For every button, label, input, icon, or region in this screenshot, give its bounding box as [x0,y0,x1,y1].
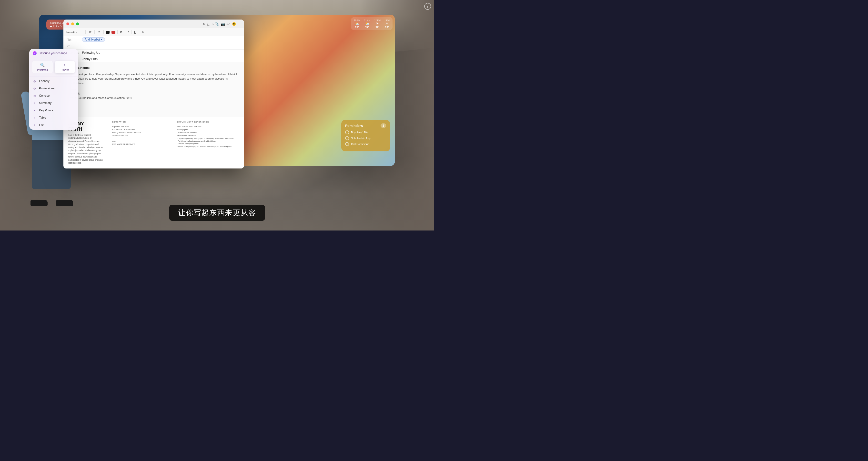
employment-bullet-1: Capture high-quality photographs to acco… [177,137,239,140]
from-field: From: Jenny Frith [63,56,244,62]
toolbar-separator-7 [139,30,139,34]
photos-icon[interactable]: 📷 [221,22,225,26]
concise-icon: ◎ [33,94,37,98]
toolbar-separator-3 [103,30,104,34]
concise-label: Concise [39,94,50,97]
professional-label: Professional [39,87,55,90]
cc-field: Cc: [63,43,244,50]
subtitle-text: 让你写起东西来更从容 [178,208,256,217]
employment-period: SEPTEMBER 2021–PRESENT [177,125,239,128]
font-size[interactable]: 12 [88,31,92,34]
wt-option-table[interactable]: ≡ Table [29,114,78,121]
minimize-button[interactable] [71,23,74,25]
employment-bullet-4: Mentor junior photographers and maintain… [177,145,239,148]
reminders-title: Reminders [345,124,363,128]
person-shoe-left [31,200,48,206]
wt-option-concise[interactable]: ◎ Concise [29,92,78,99]
calendar-dot [50,26,52,27]
maximize-button[interactable] [76,23,79,25]
reminder-circle-3 [345,142,349,146]
mail-body[interactable]: Dear Ms. Herbst, Nice to meet you for co… [63,62,244,117]
table-icon: ≡ [33,116,37,120]
background-scene: SUNDAY, JUN 16 Father's Day 10 AM ⛅ 59° … [0,0,434,231]
writing-options-list: ◎ Friendly ◎ Professional ◎ Concise ≡ Su… [29,77,78,129]
font-weight-num[interactable]: 2 [97,31,101,34]
rewrite-label: Rewrite [61,68,69,71]
text-color-swatch[interactable] [105,31,110,34]
weather-item-3: 12 PM ☀ 66° [374,19,380,28]
employment-bullet-3: Edit and proof photographs [177,142,239,145]
cc-label: Cc: [67,45,82,48]
reminder-circle-1 [345,131,349,134]
employment-bullet-2: Participate in planning sessions with ed… [177,140,239,142]
main-tools-row: 🔍 Proofread ↻ Rewrite [29,58,78,77]
education-title: EDUCATION [112,121,175,124]
to-field: To: Andi Herbst ▾ [63,36,244,43]
professional-icon: ◎ [33,86,37,90]
employment-title: EMPLOYMENT EXPERIENCE [177,121,239,124]
titlebar-actions: ➤ ⬚ ⌕ 📎 📷 Aa 🙂 ⋯ [203,22,241,26]
resume-preview: JENNY FRITH I am a third-year student un… [63,117,244,169]
friendly-label: Friendly [39,79,50,83]
rewrite-icon: ↻ [63,63,67,67]
reminders-count: 3 [380,123,386,128]
employment-location: SAVANNAH, GEORGIA [177,134,239,137]
toolbar-separator-1 [85,30,86,34]
weather-item-4: 1 PM ☀ 68° [384,19,390,28]
proofread-button[interactable]: 🔍 Proofread [32,61,53,73]
underline-button[interactable]: U [133,31,137,34]
mail-paragraph: Nice to meet you for coffee yesterday. S… [67,72,240,85]
strikethrough-button[interactable]: S [141,31,144,34]
wt-option-friendly[interactable]: ◎ Friendly [29,78,78,85]
subject-field: Subject: Following Up [63,50,244,56]
friendly-icon: ◎ [33,79,37,83]
wt-option-list[interactable]: ≡ List [29,121,78,129]
key-points-icon: ≡ [33,108,37,112]
weather-item-2: 11 AM ⛅ 62° [364,19,370,28]
emoji-icon[interactable]: 🙂 [232,22,236,26]
describe-change-label: Describe your change [38,52,67,55]
mail-toolbar: Helvetica 12 2 B I U S [63,28,244,36]
proofread-icon: 🔍 [40,63,45,67]
reminder-item-3: Call Dominique [345,142,386,146]
subject-value[interactable]: Following Up [82,51,100,54]
resume-right-section: EDUCATION Expected June 2024 BACHELOR OF… [112,121,239,165]
wt-option-key-points[interactable]: ≡ Key Points [29,107,78,114]
more-icon[interactable]: ⋯ [238,22,241,26]
subtitle-bar: 让你写起东西来更从容 [169,205,265,221]
mail-header: To: Andi Herbst ▾ Cc: Subject: Following… [63,36,244,62]
key-points-label: Key Points [39,109,53,112]
to-label: To: [67,38,82,41]
format-icon[interactable]: ⬚ [207,22,210,26]
attachment-icon[interactable]: 📎 [215,22,219,26]
info-button[interactable]: i [424,3,431,10]
search-icon[interactable]: ⌕ [212,22,214,26]
close-button[interactable] [66,23,69,25]
font-name[interactable]: Helvetica [66,31,84,34]
education-content: Expected June 2024 BACHELOR OF FINE ARTS… [112,125,175,146]
list-icon: ≡ [33,123,37,127]
describe-change-bar[interactable]: ✦ Describe your change [29,49,78,58]
employment-role: Photographer [177,128,239,131]
summary-label: Summary [39,101,52,105]
font-icon[interactable]: Aa [226,22,230,26]
mail-signoff: Thanks Jenny Frith Dept. of Journalism a… [67,87,240,100]
mail-greeting: Dear Ms. Herbst, [67,66,240,70]
wt-option-professional[interactable]: ◎ Professional [29,85,78,92]
highlight-color-swatch[interactable] [112,31,115,34]
table-label: Table [39,116,46,119]
bold-button[interactable]: B [120,31,123,34]
wt-option-summary[interactable]: ≡ Summary [29,99,78,107]
reminders-widget: Reminders 3 Buy film (120) Scholarship A… [341,120,390,151]
weather-widget: 10 AM ⛅ 59° 11 AM ⛅ 62° 12 PM ☀ 66° 1 PM… [351,17,393,30]
toolbar-separator-2 [94,30,95,34]
rewrite-button[interactable]: ↻ Rewrite [55,61,75,73]
recipient-tag[interactable]: Andi Herbst ▾ [82,37,105,42]
italic-button[interactable]: I [127,31,129,34]
send-icon[interactable]: ➤ [203,22,206,26]
reminder-circle-2 [345,136,349,140]
list-label: List [39,123,44,127]
education-section: EDUCATION Expected June 2024 BACHELOR OF… [112,121,175,165]
writing-tools-panel: ✦ Describe your change 🔍 Proofread ↻ Rew… [29,49,78,129]
ai-sparkle-icon: ✦ [33,51,37,55]
